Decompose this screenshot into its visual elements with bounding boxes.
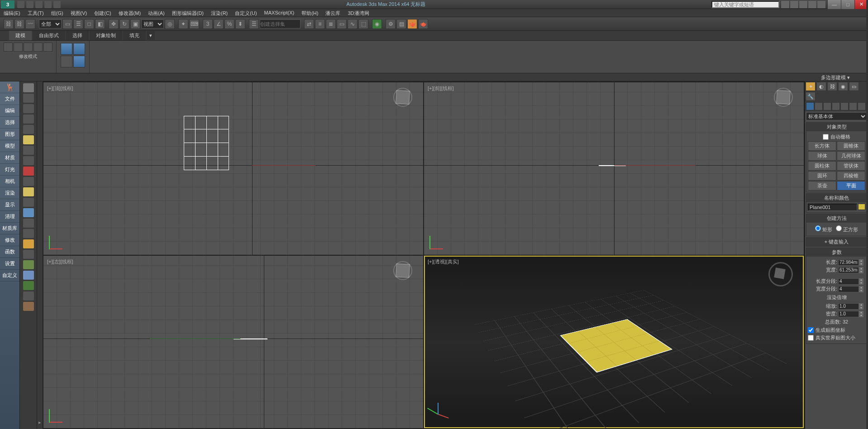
leftpanel-select[interactable]: 选择: [0, 117, 19, 129]
widthsegs-spinner[interactable]: ▲▼: [859, 286, 863, 292]
rollout-header-params[interactable]: 参数: [806, 248, 867, 257]
curveeditor-icon[interactable]: ∿: [348, 19, 358, 29]
square-icon[interactable]: [23, 187, 34, 196]
rock-icon[interactable]: [23, 302, 34, 311]
qat-save-icon[interactable]: [35, 1, 43, 8]
scale-spinner[interactable]: ▲▼: [859, 303, 863, 310]
viewcube-front[interactable]: [772, 86, 795, 109]
utilities-tab-icon[interactable]: 🔧: [806, 92, 816, 101]
menu-modifiers[interactable]: 修改器(M): [115, 9, 145, 17]
menu-edit[interactable]: 编辑(E): [0, 9, 24, 17]
tab-objectpaint[interactable]: 对象绘制: [90, 31, 122, 40]
motion-tab-icon[interactable]: ◉: [838, 82, 848, 91]
viewport-front[interactable]: [+][前][线框]: [424, 82, 804, 255]
leftpanel-render[interactable]: 渲染: [0, 187, 19, 199]
rendersetup-icon[interactable]: ⚙: [386, 19, 396, 29]
hierarchy-tab-icon[interactable]: ⛓: [827, 82, 837, 91]
scale-input[interactable]: [838, 303, 859, 310]
width-input[interactable]: [838, 267, 859, 273]
render-icon[interactable]: 🫖: [407, 19, 417, 29]
teapot-button[interactable]: 茶壶: [808, 181, 836, 191]
lights-icon[interactable]: [823, 102, 831, 110]
renderiterative-icon[interactable]: 🫖: [418, 19, 428, 29]
object-color-swatch[interactable]: [858, 204, 865, 210]
generate-uvs-checkbox[interactable]: [808, 327, 814, 333]
favorite-icon[interactable]: [808, 1, 816, 8]
mirror-icon[interactable]: ⇄: [304, 19, 314, 29]
minimize-button[interactable]: —: [827, 0, 841, 9]
search-icon[interactable]: [781, 1, 789, 8]
rectregion-icon[interactable]: □: [84, 19, 94, 29]
viewport-perspective[interactable]: [+][透视][真实]: [424, 256, 804, 428]
helpers-icon[interactable]: [840, 102, 849, 110]
border-icon[interactable]: [24, 43, 33, 52]
lengthsegs-input[interactable]: [838, 278, 859, 285]
spinner-snap-icon[interactable]: ⬍: [235, 19, 245, 29]
sphere-button[interactable]: 球体: [808, 151, 836, 161]
method-square-radio[interactable]: 正方形: [836, 225, 858, 233]
menu-panlib[interactable]: 潘云库: [322, 9, 344, 17]
qat-open-icon[interactable]: [26, 1, 33, 8]
menu-rendering[interactable]: 渲染(R): [207, 9, 231, 17]
leftpanel-deer-icon[interactable]: 🦌: [0, 81, 19, 93]
cone-button[interactable]: 圆锥体: [837, 141, 865, 151]
toggleribbon-icon[interactable]: ▭: [337, 19, 347, 29]
maximize-button[interactable]: □: [841, 0, 854, 9]
panel-chevron-icon[interactable]: ▸: [38, 419, 41, 425]
link-icon[interactable]: ⛓: [4, 19, 14, 29]
app-logo-icon[interactable]: 3: [1, 0, 14, 9]
shape-icon[interactable]: [23, 146, 34, 155]
renderframe-icon[interactable]: ▤: [396, 19, 406, 29]
leftpanel-camera[interactable]: 相机: [0, 176, 19, 187]
leftpanel-material[interactable]: 材质: [0, 152, 19, 164]
viewcube-left[interactable]: [391, 259, 414, 282]
select-icon[interactable]: ▭: [62, 19, 72, 29]
autogrid-checkbox[interactable]: [823, 134, 829, 140]
rollout-header-method[interactable]: 创建方法: [806, 214, 867, 223]
leaf-icon[interactable]: [23, 260, 34, 269]
selectmanip-icon[interactable]: ✦: [178, 19, 188, 29]
viewport-persp-label[interactable]: [+][透视][真实]: [428, 258, 459, 265]
selection-filter[interactable]: 全部: [39, 19, 62, 29]
tab-populate[interactable]: 填充: [123, 31, 146, 40]
rollout-header-keyboard[interactable]: + 键盘输入: [806, 238, 867, 246]
command-panel-scrollbar[interactable]: [866, 81, 868, 429]
leftpanel-clean[interactable]: 清理: [0, 211, 19, 223]
keymode-icon[interactable]: ⌨: [189, 19, 199, 29]
rollout-header-objtype[interactable]: 对象类型: [806, 123, 867, 131]
modify-tab-icon[interactable]: ◐: [816, 82, 826, 91]
grass-icon[interactable]: [23, 281, 34, 290]
length-input[interactable]: [838, 259, 859, 266]
ball-icon[interactable]: [23, 208, 34, 217]
box-icon[interactable]: [23, 94, 34, 103]
menu-maxscript[interactable]: MAXScript(X): [261, 9, 298, 17]
leftpanel-display[interactable]: 显示: [0, 199, 19, 211]
fx-icon[interactable]: [23, 250, 34, 259]
object-name-input[interactable]: [808, 204, 857, 211]
menu-create[interactable]: 创建(C): [91, 9, 114, 17]
moon-icon[interactable]: [23, 156, 34, 165]
move-icon[interactable]: ✥: [109, 19, 119, 29]
light-icon[interactable]: [23, 135, 34, 144]
spacewarps-icon[interactable]: [849, 102, 857, 110]
menu-customize[interactable]: 自定义(U): [231, 9, 260, 17]
constraint-icon[interactable]: [61, 56, 72, 67]
density-input[interactable]: [838, 311, 859, 317]
help-icon[interactable]: [817, 1, 825, 8]
leftpanel-customize[interactable]: 自定义: [0, 270, 19, 281]
polygon-icon[interactable]: [33, 43, 43, 52]
menu-panwan[interactable]: 3D潘湾网: [344, 9, 372, 17]
tab-modeling[interactable]: 建模: [9, 31, 32, 40]
menu-group[interactable]: 组(G): [48, 9, 67, 17]
length-spinner[interactable]: ▲▼: [859, 259, 863, 266]
swiftloop-icon[interactable]: [61, 43, 72, 55]
leftpanel-edit[interactable]: 编辑: [0, 105, 19, 117]
editnamedsel-icon[interactable]: ☰: [249, 19, 259, 29]
sphere-icon[interactable]: [23, 177, 34, 186]
dome-icon[interactable]: [23, 198, 34, 207]
polygon-modeling-dropdown[interactable]: 多边形建模 ▾: [0, 73, 868, 81]
pivotcenter-icon[interactable]: ◎: [165, 19, 175, 29]
rotate-icon[interactable]: ↻: [119, 19, 129, 29]
cameras-icon[interactable]: [832, 102, 840, 110]
grid-icon[interactable]: [23, 104, 34, 113]
